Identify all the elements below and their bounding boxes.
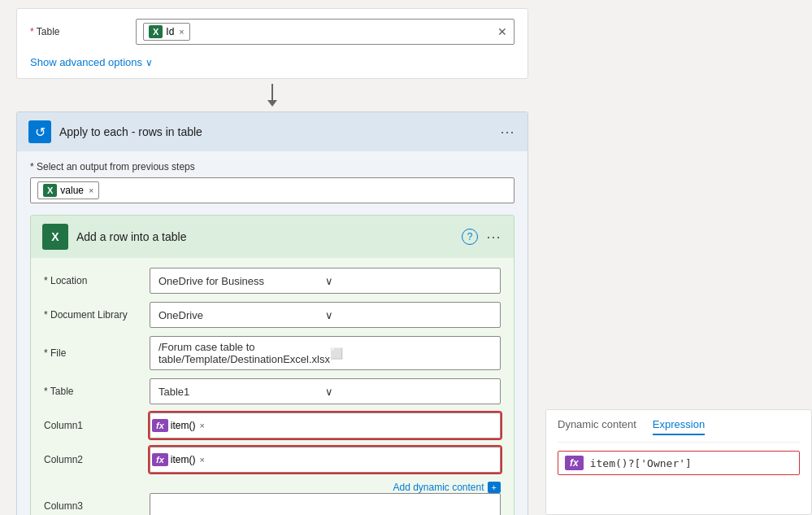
column2-tag-label: item() bbox=[171, 454, 196, 465]
apply-each-body: * Select an output from previous steps X… bbox=[17, 151, 528, 515]
add-row-more-button[interactable]: ⋯ bbox=[486, 228, 502, 246]
chevron-down-icon: ∨ bbox=[145, 57, 153, 68]
file-browse-icon[interactable]: ⬜ bbox=[330, 347, 492, 360]
tab-dynamic-content[interactable]: Dynamic content bbox=[558, 418, 636, 435]
location-label: * Location bbox=[44, 275, 150, 286]
value-tag[interactable]: X value × bbox=[37, 181, 99, 199]
output-field[interactable]: X value × bbox=[30, 177, 515, 203]
arrow-connector bbox=[16, 79, 528, 111]
column3-label: Column3 bbox=[44, 500, 150, 512]
expression-row: fx item()?['Owner'] bbox=[558, 451, 800, 475]
column2-field[interactable]: fx item() × bbox=[150, 447, 501, 473]
location-dropdown[interactable]: OneDrive for Business ∨ bbox=[150, 268, 501, 294]
value-tag-close[interactable]: × bbox=[89, 185, 93, 195]
right-panel: Dynamic content Expression fx item()?['O… bbox=[545, 409, 812, 515]
apply-each-title: Apply to each - rows in table bbox=[59, 125, 492, 138]
fx-badge-col1: fx bbox=[152, 419, 168, 432]
inner-table-dropdown[interactable]: Table1 ∨ bbox=[150, 378, 501, 404]
apply-each-header: ↺ Apply to each - rows in table ⋯ bbox=[17, 112, 528, 151]
inner-card-actions: ? ⋯ bbox=[462, 228, 502, 246]
chevron-down-icon: ∨ bbox=[325, 386, 492, 398]
panel-tabs: Dynamic content Expression bbox=[558, 418, 800, 443]
chevron-down-icon: ∨ bbox=[325, 275, 492, 287]
column1-label: Column1 bbox=[44, 420, 150, 431]
show-advanced-label: Show advanced options bbox=[30, 56, 142, 68]
add-row-card: X Add a row into a table ? ⋯ * Location bbox=[30, 215, 515, 515]
inner-table-value: Table1 bbox=[158, 386, 325, 398]
doc-library-value: OneDrive bbox=[158, 309, 325, 321]
excel-x-icon: X bbox=[51, 230, 59, 243]
add-row-header: X Add a row into a table ? ⋯ bbox=[31, 216, 514, 258]
tab-expression[interactable]: Expression bbox=[653, 418, 705, 435]
column1-tag-label: item() bbox=[171, 420, 196, 431]
inner-table-label: * Table bbox=[44, 386, 150, 397]
column1-tag-close[interactable]: × bbox=[199, 421, 204, 430]
expression-value[interactable]: item()?['Owner'] bbox=[590, 457, 692, 469]
apply-each-card: ↺ Apply to each - rows in table ⋯ * Sele… bbox=[16, 111, 528, 515]
location-row: * Location OneDrive for Business ∨ bbox=[44, 268, 501, 294]
table-input[interactable]: X Id × ✕ bbox=[136, 19, 515, 45]
table-label: * Table bbox=[30, 26, 136, 37]
excel-icon-large: X bbox=[42, 224, 68, 250]
table-card: * Table X Id × ✕ Show advanced options ∨ bbox=[16, 8, 528, 79]
add-dynamic-section: Add dynamic content + bbox=[44, 481, 501, 493]
column3-input[interactable] bbox=[150, 493, 501, 515]
column1-field[interactable]: fx item() × bbox=[150, 412, 501, 439]
doc-library-row: * Document Library OneDrive ∨ bbox=[44, 302, 501, 328]
value-tag-label: value bbox=[60, 185, 84, 196]
excel-badge: X bbox=[149, 25, 163, 38]
required-mark: * bbox=[30, 26, 34, 37]
column1-fx-tag[interactable]: fx item() × bbox=[152, 419, 205, 432]
tag-close[interactable]: × bbox=[179, 27, 184, 37]
column1-row: Column1 fx item() × bbox=[44, 412, 501, 439]
chevron-down-icon: ∨ bbox=[325, 309, 492, 321]
column3-row: Column3 bbox=[44, 493, 501, 515]
table-field-row: * Table X Id × ✕ bbox=[30, 19, 515, 45]
add-row-title: Add a row into a table bbox=[76, 230, 454, 243]
file-row: * File /Forum case table to table/Templa… bbox=[44, 336, 501, 370]
file-label: * File bbox=[44, 347, 150, 359]
excel-badge-value: X bbox=[43, 184, 57, 197]
column2-fx-tag[interactable]: fx item() × bbox=[152, 453, 205, 466]
fx-icon: fx bbox=[565, 456, 584, 470]
location-value: OneDrive for Business bbox=[158, 275, 325, 287]
add-row-body: * Location OneDrive for Business ∨ * Doc… bbox=[31, 258, 514, 515]
file-path-value: /Forum case table to table/Template/Dest… bbox=[158, 341, 330, 365]
column2-row: Column2 fx item() × bbox=[44, 447, 501, 473]
help-button[interactable]: ? bbox=[462, 229, 478, 245]
add-dynamic-icon: + bbox=[488, 482, 501, 493]
show-advanced-link[interactable]: Show advanced options ∨ bbox=[30, 56, 153, 68]
id-tag[interactable]: X Id × bbox=[143, 23, 190, 41]
file-input[interactable]: /Forum case table to table/Template/Dest… bbox=[150, 336, 501, 370]
column2-label: Column2 bbox=[44, 454, 150, 465]
add-dynamic-label: Add dynamic content bbox=[393, 482, 484, 493]
doc-library-label: * Document Library bbox=[44, 309, 150, 321]
doc-library-dropdown[interactable]: OneDrive ∨ bbox=[150, 302, 501, 328]
tag-label: Id bbox=[166, 26, 174, 37]
column2-tag-close[interactable]: × bbox=[199, 455, 204, 465]
select-output-label: * Select an output from previous steps bbox=[30, 161, 515, 172]
table-row-inner: * Table Table1 ∨ bbox=[44, 378, 501, 404]
more-options-button[interactable]: ⋯ bbox=[500, 123, 516, 141]
clear-button[interactable]: ✕ bbox=[497, 25, 507, 38]
fx-badge-col2: fx bbox=[152, 453, 168, 466]
loop-icon: ↺ bbox=[35, 124, 46, 140]
add-dynamic-link[interactable]: Add dynamic content + bbox=[393, 482, 501, 493]
apply-each-icon: ↺ bbox=[28, 120, 51, 143]
